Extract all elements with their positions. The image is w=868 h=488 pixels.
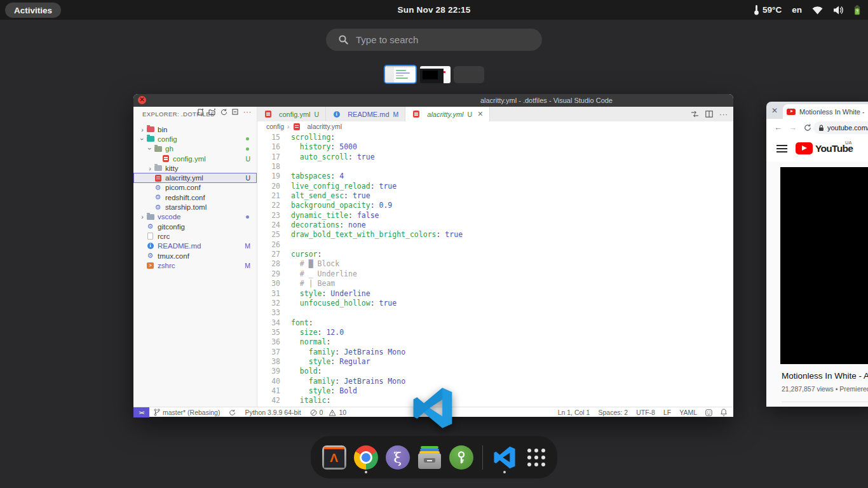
- code-editor[interactable]: 15scrolling:16 history: 500017 auto_scro…: [257, 132, 733, 407]
- tree-item-gitconfig[interactable]: ⚙gitconfig: [133, 222, 257, 231]
- chevron-icon[interactable]: ›: [139, 126, 146, 133]
- workspace-thumbnail-active[interactable]: [384, 65, 417, 84]
- code-text: [280, 240, 291, 250]
- split-editor-icon[interactable]: [705, 111, 713, 118]
- video-player[interactable]: [780, 167, 868, 364]
- cursor-position[interactable]: Ln 1, Col 1: [558, 409, 590, 416]
- new-folder-icon[interactable]: [208, 109, 216, 116]
- breadcrumb-folder[interactable]: config: [266, 123, 284, 130]
- tab-close-icon[interactable]: ✕: [771, 106, 778, 115]
- git-status-dot: [246, 137, 249, 140]
- refresh-icon[interactable]: [220, 109, 227, 116]
- tree-item-README.md[interactable]: iREADME.mdM: [133, 241, 257, 251]
- chrome-tab-strip: ✕ Motionless In White - /: [766, 102, 868, 119]
- editor-tab-config.yml[interactable]: config.ymlU: [257, 107, 326, 121]
- encoding[interactable]: UTF-8: [636, 409, 655, 416]
- code-text: cursor:: [280, 250, 322, 259]
- sync-status[interactable]: [229, 409, 236, 416]
- address-bar[interactable]: youtube.com/wa: [813, 121, 868, 134]
- workspace-thumbnail-empty[interactable]: [454, 66, 484, 83]
- line-number: 22: [257, 201, 280, 210]
- system-tray[interactable]: 59°C en: [754, 0, 860, 20]
- interpreter-label: Python 3.9.9 64-bit: [245, 409, 301, 416]
- more-editor-actions-icon[interactable]: ···: [719, 111, 728, 118]
- problems-status[interactable]: 0 10: [310, 409, 347, 416]
- tree-item-zshrc[interactable]: >zshrcM: [133, 261, 257, 270]
- back-icon[interactable]: ←: [774, 123, 782, 132]
- code-text: bold:: [280, 367, 322, 376]
- chevron-icon[interactable]: ›: [146, 145, 154, 152]
- dock-keepassxc-icon[interactable]: [448, 441, 474, 474]
- editor-tab-alacritty.yml[interactable]: alacritty.ymlU✕: [405, 107, 490, 121]
- tree-item-config[interactable]: ›config: [133, 134, 257, 144]
- chevron-icon[interactable]: ›: [139, 213, 146, 220]
- search-placeholder: Type to search: [356, 34, 418, 45]
- dock: Λ ξ: [311, 436, 557, 478]
- yaml-file-icon: [154, 175, 162, 182]
- reload-icon[interactable]: [804, 124, 811, 132]
- new-file-icon[interactable]: [197, 109, 204, 116]
- breadcrumb-file[interactable]: alacritty.yml: [308, 123, 342, 130]
- tree-item-picom.conf[interactable]: ⚙picom.conf: [133, 183, 257, 193]
- code-text: normal:: [280, 337, 330, 347]
- temperature-indicator: 59°C: [754, 4, 782, 15]
- code-line-28: 28 # █ Block: [257, 259, 733, 269]
- forward-icon[interactable]: →: [789, 123, 797, 132]
- collapse-all-icon[interactable]: [232, 109, 239, 116]
- code-line-35: 35 size: 12.0: [257, 328, 733, 337]
- keyboard-layout[interactable]: en: [792, 5, 802, 15]
- dock-alacritty-icon[interactable]: Λ: [321, 441, 347, 474]
- dock-files-icon[interactable]: [416, 441, 442, 474]
- python-interpreter[interactable]: Python 3.9.9 64-bit: [245, 409, 301, 416]
- code-text: family: JetBrains Mono: [280, 348, 405, 357]
- battery-indicator[interactable]: [854, 5, 860, 15]
- tree-item-vscode[interactable]: ›vscode: [133, 212, 257, 222]
- chevron-icon[interactable]: ›: [139, 135, 146, 143]
- feedback-smiley-icon[interactable]: [705, 409, 712, 416]
- clock[interactable]: Sun Nov 28 22:15: [0, 0, 868, 20]
- wifi-indicator[interactable]: [812, 6, 823, 15]
- indentation[interactable]: Spaces: 2: [598, 409, 628, 416]
- tree-item-redshift.conf[interactable]: ⚙redshift.conf: [133, 193, 257, 202]
- hamburger-menu-icon[interactable]: [776, 145, 787, 152]
- video-meta: 21,287,857 views • Premiered Dec: [782, 385, 868, 393]
- tab-close-icon[interactable]: ✕: [477, 110, 483, 118]
- mini-line: [396, 78, 408, 79]
- eol-sequence[interactable]: LF: [663, 409, 671, 416]
- line-number: 39: [257, 367, 280, 376]
- tree-item-kitty[interactable]: ›kitty: [133, 163, 257, 173]
- notifications-bell-icon[interactable]: [721, 409, 727, 416]
- tree-item-gh[interactable]: ›gh: [133, 144, 257, 154]
- tree-item-alacritty.yml[interactable]: alacritty.ymlU: [133, 173, 257, 182]
- volume-indicator[interactable]: [833, 6, 844, 15]
- search-icon: [339, 35, 348, 44]
- tree-item-config.yml[interactable]: config.ymlU: [133, 154, 257, 163]
- line-number: 36: [257, 337, 280, 347]
- tree-item-starship.toml[interactable]: ⚙starship.toml: [133, 202, 257, 212]
- code-line-21: 21alt_send_esc: true: [257, 191, 733, 201]
- dock-app-grid-icon[interactable]: [523, 441, 549, 474]
- breadcrumb[interactable]: config › alacritty.yml: [257, 121, 733, 132]
- chrome-active-tab[interactable]: Motionless In White - /: [783, 104, 868, 119]
- more-actions-icon[interactable]: ···: [243, 109, 252, 116]
- chevron-icon[interactable]: ›: [146, 165, 154, 172]
- tree-item-bin[interactable]: ›bin: [133, 125, 257, 134]
- code-line-40: 40 family: JetBrains Mono: [257, 377, 733, 386]
- language-mode[interactable]: YAML: [679, 409, 697, 416]
- dock-vscode-icon[interactable]: [491, 441, 517, 474]
- open-changes-icon[interactable]: [691, 111, 699, 118]
- tree-item-tmux.conf[interactable]: ⚙tmux.conf: [133, 251, 257, 261]
- dock-chrome-icon[interactable]: [353, 441, 379, 474]
- editor-tab-README.md[interactable]: iREADME.mdM: [326, 107, 405, 121]
- line-number: 23: [257, 211, 280, 220]
- tree-item-rcrc[interactable]: rcrc: [133, 231, 257, 241]
- code-text: family: JetBrains Mono: [280, 377, 405, 386]
- code-text: style: Regular: [280, 357, 370, 367]
- workspace-thumbnail[interactable]: [420, 66, 451, 83]
- vscode-titlebar[interactable]: ✕ alacritty.yml - .dotfiles - Visual Stu…: [133, 94, 733, 107]
- search-input[interactable]: Type to search: [326, 29, 542, 51]
- remote-indicator[interactable]: ><: [133, 407, 149, 417]
- git-branch-status[interactable]: master* (Rebasing): [154, 409, 220, 416]
- youtube-logo[interactable]: YouTube: [796, 142, 853, 154]
- dock-emacs-icon[interactable]: ξ: [384, 441, 410, 474]
